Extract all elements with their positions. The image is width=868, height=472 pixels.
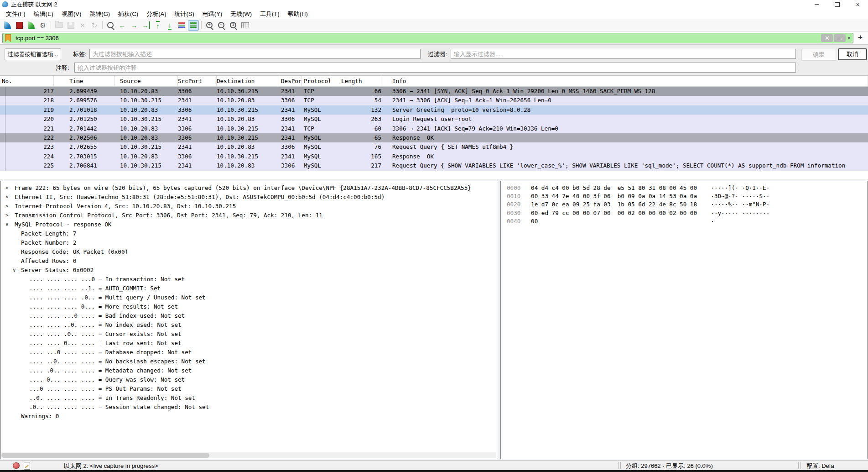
go-back-icon[interactable]: ← <box>117 20 128 31</box>
detail-line-19[interactable]: .... ..0. .... .... = No backslash escap… <box>1 357 497 366</box>
filter-add-button[interactable]: + <box>858 33 863 42</box>
collapsed-arrow-icon[interactable]: > <box>5 211 9 220</box>
packet-row-218[interactable]: 2182.69957610.10.30.215234110.10.20.8333… <box>0 96 868 105</box>
detail-line-17[interactable]: .... .... 0... .... = Last row sent: Not… <box>1 339 497 348</box>
scrollbar-thumb[interactable] <box>1 453 209 458</box>
detail-line-24[interactable]: .0.. .... .... .... = Session state chan… <box>1 403 497 412</box>
detail-line-13[interactable]: .... .... .... 0... = More results: Not … <box>1 302 497 311</box>
hex-row-0000[interactable]: 0000 04 d4 c4 00 b0 5d 28 de e5 51 80 31… <box>507 184 867 192</box>
zoom-reset-icon[interactable]: 1 <box>228 20 239 31</box>
column-header-source[interactable]: Source <box>115 76 178 86</box>
detail-line-23[interactable]: ..0. .... .... .... = In Trans Readonly:… <box>1 393 497 403</box>
detail-horizontal-scrollbar[interactable] <box>1 452 496 458</box>
start-capture-icon[interactable] <box>2 20 13 31</box>
packet-row-224[interactable]: 2242.70301510.10.20.83330610.10.30.21523… <box>0 152 868 161</box>
display-filter-field[interactable]: ✕ → ▾ <box>2 33 853 43</box>
menu-item-3[interactable]: 跳转(G) <box>85 9 114 19</box>
detail-line-25[interactable]: Warnings: 0 <box>1 412 497 421</box>
column-header-time[interactable]: Time <box>54 76 115 86</box>
packet-list-header[interactable]: No.TimeSourceSrcPortDestinationDesPortPr… <box>0 76 868 87</box>
menu-item-2[interactable]: 视图(V) <box>57 9 85 19</box>
colorize-list-icon[interactable] <box>176 20 187 31</box>
find-packet-icon[interactable] <box>105 20 116 31</box>
expanded-arrow-icon[interactable]: ∨ <box>13 266 16 275</box>
capture-options-icon[interactable]: ⚙ <box>37 20 48 31</box>
packet-row-225[interactable]: 2252.70684110.10.30.215234110.10.20.8333… <box>0 161 868 170</box>
filter-bookmark-icon[interactable] <box>5 34 11 42</box>
packet-row-220[interactable]: 2202.70125010.10.30.215234110.10.20.8333… <box>0 115 868 124</box>
display-filter-input[interactable] <box>15 34 820 42</box>
filter-dropdown-icon[interactable]: ▾ <box>847 35 850 41</box>
auto-scroll-icon[interactable] <box>188 20 199 31</box>
detail-line-5[interactable]: Packet Length: 7 <box>1 229 497 238</box>
menu-item-5[interactable]: 分析(A) <box>142 9 170 19</box>
detail-line-6[interactable]: Packet Number: 2 <box>1 238 497 247</box>
packet-row-221[interactable]: 2212.70144210.10.20.83330610.10.30.21523… <box>0 124 868 133</box>
detail-line-16[interactable]: .... .... .0.. .... = Cursor exists: Not… <box>1 330 497 339</box>
label-field[interactable] <box>89 49 421 59</box>
detail-line-22[interactable]: ...0 .... .... .... = PS Out Params: Not… <box>1 384 497 393</box>
detail-line-7[interactable]: Response Code: OK Packet (0x00) <box>1 247 497 257</box>
hex-row-0010[interactable]: 0010 00 33 44 7e 40 00 3f 06 b0 09 0a 0a… <box>507 192 867 200</box>
detail-line-14[interactable]: .... .... ...0 .... = Bad index used: No… <box>1 311 497 320</box>
column-header-srcport[interactable]: SrcPort <box>178 76 217 86</box>
minimize-button[interactable] <box>806 0 827 9</box>
resize-columns-icon[interactable] <box>239 20 250 31</box>
capture-comment-icon[interactable] <box>24 462 30 470</box>
column-header-desport[interactable]: DesPort <box>279 76 302 86</box>
detail-line-12[interactable]: .... .... .... .0.. = Multi query / Unus… <box>1 293 497 302</box>
menu-item-8[interactable]: 无线(W) <box>226 9 256 19</box>
detail-line-21[interactable]: .... 0... .... .... = Query was slow: No… <box>1 375 497 384</box>
collapsed-arrow-icon[interactable]: > <box>5 193 9 202</box>
expanded-arrow-icon[interactable]: ∨ <box>5 220 9 229</box>
expert-info-icon[interactable] <box>13 462 20 469</box>
detail-line-9[interactable]: ∨Server Status: 0x0002 <box>1 266 497 275</box>
detail-line-2[interactable]: >Internet Protocol Version 4, Src: 10.10… <box>1 202 497 211</box>
packet-row-223[interactable]: 2232.70265510.10.30.215234110.10.20.8333… <box>0 142 868 152</box>
detail-line-3[interactable]: >Transmission Control Protocol, Src Port… <box>1 211 497 220</box>
column-header-destination[interactable]: Destination <box>217 76 279 86</box>
menu-item-0[interactable]: 文件(F) <box>2 9 30 19</box>
filter-field[interactable] <box>451 49 796 59</box>
collapsed-arrow-icon[interactable]: > <box>5 184 9 193</box>
packet-row-222[interactable]: 2222.70250610.10.20.83330610.10.30.21523… <box>0 133 868 142</box>
detail-line-18[interactable]: .... ...0 .... .... = Database dropped: … <box>1 348 497 357</box>
close-button[interactable]: × <box>847 0 868 9</box>
menu-item-1[interactable]: 编辑(E) <box>30 9 57 19</box>
hex-row-0030[interactable]: 0030 00 ed 79 cc 00 00 07 00 00 02 00 00… <box>507 209 867 217</box>
detail-line-8[interactable]: Affected Rows: 0 <box>1 257 497 266</box>
packet-row-217[interactable]: 2172.69943910.10.20.83330610.10.30.21523… <box>0 87 868 96</box>
stop-capture-icon[interactable] <box>14 20 25 31</box>
comment-field[interactable] <box>74 63 796 73</box>
filter-button-prefs-button[interactable]: 过滤器按钮首选项... <box>5 48 61 60</box>
go-to-packet-icon[interactable]: → <box>140 20 151 31</box>
detail-line-10[interactable]: .... .... .... ...0 = In transaction: No… <box>1 275 497 284</box>
go-top-icon[interactable]: ↑ <box>152 20 163 31</box>
menu-item-6[interactable]: 统计(S) <box>170 9 198 19</box>
profile-text[interactable]: 配置: Defa <box>806 462 834 470</box>
go-forward-icon[interactable]: → <box>129 20 140 31</box>
column-header-length[interactable]: Length <box>330 76 381 86</box>
detail-line-11[interactable]: .... .... .... ..1. = AUTO_COMMIT: Set <box>1 284 497 293</box>
detail-line-20[interactable]: .... .0.. .... .... = Metadata changed: … <box>1 366 497 375</box>
menu-item-7[interactable]: 电话(Y) <box>198 9 226 19</box>
detail-line-15[interactable]: .... .... ..0. .... = No index used: Not… <box>1 320 497 330</box>
cancel-button[interactable]: 取消 <box>838 48 867 60</box>
hex-row-0020[interactable]: 0020 1e d7 0c ea 09 25 fa 03 1b 05 6d 22… <box>507 200 867 209</box>
collapsed-arrow-icon[interactable]: > <box>5 202 9 211</box>
maximize-button[interactable] <box>827 0 847 9</box>
hex-row-0040[interactable]: 0040 00 · <box>507 217 867 226</box>
zoom-out-icon[interactable]: − <box>216 20 227 31</box>
detail-line-1[interactable]: >Ethernet II, Src: HuaweiTechno_51:80:31… <box>1 193 497 202</box>
packet-row-219[interactable]: 2192.70101810.10.20.83330610.10.30.21523… <box>0 105 868 115</box>
column-header-info[interactable]: Info <box>381 76 868 86</box>
menu-item-4[interactable]: 捕获(C) <box>114 9 142 19</box>
detail-line-4[interactable]: ∨MySQL Protocol - response OK <box>1 220 497 229</box>
column-header-no[interactable]: No. <box>0 76 54 86</box>
ok-button[interactable]: 确定 <box>801 49 836 61</box>
menu-item-10[interactable]: 帮助(H) <box>284 9 312 19</box>
detail-line-0[interactable]: >Frame 222: 65 bytes on wire (520 bits),… <box>1 184 497 193</box>
go-bottom-icon[interactable]: ↓ <box>164 20 175 31</box>
menu-item-9[interactable]: 工具(T) <box>256 9 284 19</box>
restart-capture-icon[interactable] <box>26 20 36 31</box>
